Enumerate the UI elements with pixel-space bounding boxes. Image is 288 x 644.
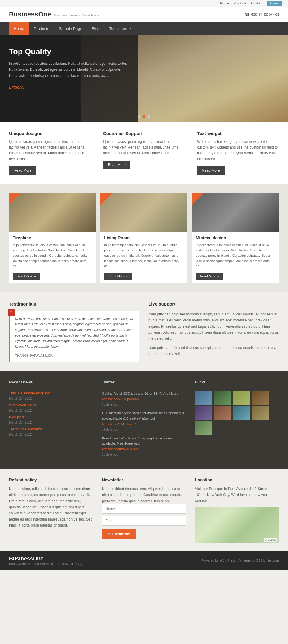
newsletter-text: Nam tincidunt rhoncus urna. Aliquam id m… [102,486,186,504]
news-date-1: March 23, 2012 [9,397,93,400]
portfolio-item-fireplace: Fireplace In pellentesque faucibus vesti… [9,193,96,283]
flickr-thumb-7[interactable] [233,406,250,420]
twitter-link-1[interactable]: https://t.co/VYUCpKe66V [102,397,186,401]
footer-location: Location Visit our Boutique in Park Aven… [195,477,279,543]
news-date-4: March 23, 2012 [9,433,93,436]
twitter-text-2: Our latest #blogging theme for #WordPres… [102,411,186,421]
feature-desc-1: Quisque lacus quam, egestas ac tincidunt… [9,139,91,162]
hero-title: Top Quality [9,47,129,56]
flickr-title: Flickr [195,380,279,387]
feature-unique-designs: Unique designs Quisque lacus quam, egest… [9,131,91,175]
twitter-time-3: 15 days ago [102,453,118,456]
twitter-time-1: 13 days ago [102,403,118,406]
read-more-button-2[interactable]: Read More [103,161,130,169]
location-text: Visit our Boutique in Park Avenue & 42 S… [195,486,279,504]
portfolio-title-minimal-design: Minimal design [196,235,275,240]
refund-title: Refund policy [9,477,93,482]
footer-top: Recent news This is a sample blog post M… [0,371,288,469]
nav-products[interactable]: Products [29,22,54,35]
slider-dot-1[interactable] [138,115,141,118]
portfolio-title-living-room: Living Room [104,235,184,240]
portfolio-readmore-minimal-design[interactable]: Read More [196,273,224,280]
newsletter-form: Subscribe me [102,504,186,539]
portfolio-desc-minimal-design: In pellentesque faucibus vestibulum. Nul… [196,243,275,269]
hero-content: Top Quality In pellentesque faucibus ves… [0,35,138,122]
newsletter-name-input[interactable] [102,504,186,514]
twitter-text-3: Brand new #WordPress #blogging theme is … [102,436,186,446]
site-header: BusinessOne Business theme for WordPress… [0,7,288,22]
newsletter-email-input[interactable] [102,516,186,526]
hero-explore-link[interactable]: Explore. [9,85,24,90]
flickr-thumb-5[interactable] [195,406,212,420]
map-attribution: © Google [264,538,278,542]
topbar-home-link[interactable]: Home [220,1,229,5]
flickr-thumb-6[interactable] [214,406,231,420]
footer-mid: Refund policy Nam pulvinar, odio sed rho… [0,469,288,551]
feature-text-widget: Text widget With our custom widget you c… [197,131,279,175]
feature-title-1: Unique designs [9,131,91,136]
newsletter-subscribe-button[interactable]: Subscribe me [102,529,136,539]
topbar-products-link[interactable]: Products [234,1,247,5]
hero-slider: Top Quality In pellentesque faucibus ves… [0,35,288,122]
footer-credit: Powered by WordPress - A theme by CSSIgn… [201,559,279,562]
flickr-thumb-8[interactable] [252,406,269,420]
footer-bottom: BusinessOne Park Avenue & 42nd Street, 1… [0,551,288,570]
slider-dot-2[interactable] [142,115,146,118]
testimonial-author: THANOS PAPAVASILIOU [15,354,54,357]
portfolio-section: Fireplace In pellentesque faucibus vesti… [0,184,288,292]
feature-desc-2: Quisque lacus quam, egestas ac tincidunt… [103,139,185,156]
flickr-thumb-9[interactable] [195,421,212,435]
portfolio-readmore-fireplace[interactable]: Read More [13,273,40,280]
news-link-4[interactable]: Testing the elements [9,427,93,431]
nav-home[interactable]: Home [9,22,29,35]
portfolio-corner-icon-2 [100,193,112,205]
portfolio-corner-icon [9,193,21,205]
news-link-2[interactable]: WordPress news [9,403,93,407]
live-support-text-2: Nam pulvinar, odio sed rhoncus suscipit,… [148,345,279,357]
twitter-item-3: Brand new #WordPress #blogging theme is … [102,436,186,456]
flickr-thumb-1[interactable] [195,391,212,405]
nav-blog[interactable]: Blog [87,22,104,35]
header-phone: 800 11 80 80 80 [245,12,279,17]
flickr-thumb-2[interactable] [214,391,231,405]
features-section: Unique designs Quisque lacus quam, egest… [0,122,288,184]
topbar-offers-button[interactable]: Offers [267,1,282,6]
read-more-button-1[interactable]: Read More [9,166,36,175]
mid-section: Testimonials " Nam pulvinar, odio sed rh… [0,292,288,371]
portfolio-item-living-room: Living Room In pellentesque faucibus ves… [100,193,187,283]
flickr-thumb-4[interactable] [252,391,269,405]
news-link-3[interactable]: Blog post [9,415,93,419]
twitter-link-2[interactable]: https://t.co/YrkktSkYnC [102,422,186,426]
footer-address: Park Avenue & 42nd Street, 10111, New Yo… [9,562,82,566]
nav-sample-page[interactable]: Sample Page [54,22,87,35]
flickr-thumb-3[interactable] [233,391,250,405]
map-placeholder[interactable]: © Google [195,507,279,543]
chevron-down-icon: ▼ [129,27,132,30]
twitter-title: Twitter [102,380,186,387]
site-tagline: Business theme for WordPress [54,13,100,17]
topbar-contact-link[interactable]: Contact [251,1,262,5]
twitter-time-2: 15 days ago [102,428,118,431]
news-date-2: March 23, 2012 [9,409,93,412]
read-more-button-3[interactable]: Read More [197,166,224,175]
portfolio-content-fireplace: Fireplace In pellentesque faucibus vesti… [9,232,96,283]
testimonial-text: Nam pulvinar, odio sed rhoncus suscipit,… [15,316,135,350]
feature-desc-3: With our custom widget you can now creat… [197,139,279,162]
hero-description: In pellentesque faucibus vestibulum. Nul… [9,61,129,79]
slider-dot-3[interactable] [147,115,150,118]
live-support-text-1: Nam pulvinar, odio sed rhoncus suscipit,… [148,311,279,342]
portfolio-title-fireplace: Fireplace [13,235,92,240]
nav-templates-dropdown[interactable]: Templates ▼ [104,22,132,35]
portfolio-desc-living-room: In pellentesque faucibus vestibulum. Nul… [104,243,184,269]
flickr-grid [195,391,279,435]
portfolio-image-living-room [100,193,187,232]
news-link-1[interactable]: This is a sample blog post [9,391,93,395]
portfolio-corner-icon-3 [192,193,204,205]
news-date-3: March 23, 2012 [9,421,93,424]
feature-title-3: Text widget [197,131,279,136]
feature-title-2: Customer Support [103,131,185,136]
portfolio-content-minimal-design: Minimal design In pellentesque faucibus … [192,232,279,283]
twitter-item-1: Getting Rid of SEO Lies and Other BS You… [102,391,186,407]
twitter-link-3[interactable]: https://t.co/dBWYtGB MfO [102,447,186,451]
portfolio-readmore-living-room[interactable]: Read More [104,273,132,280]
